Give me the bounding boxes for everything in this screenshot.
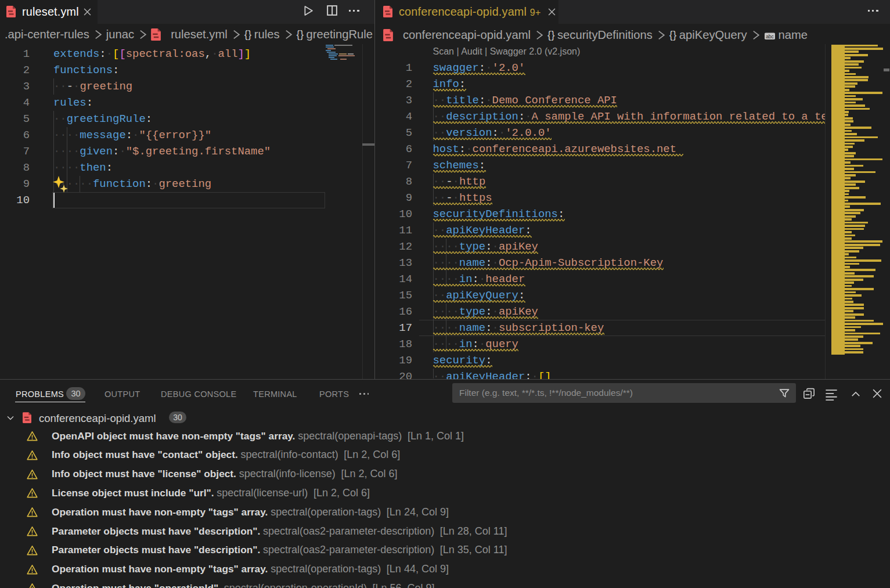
svg-text:abc: abc [766,34,774,39]
